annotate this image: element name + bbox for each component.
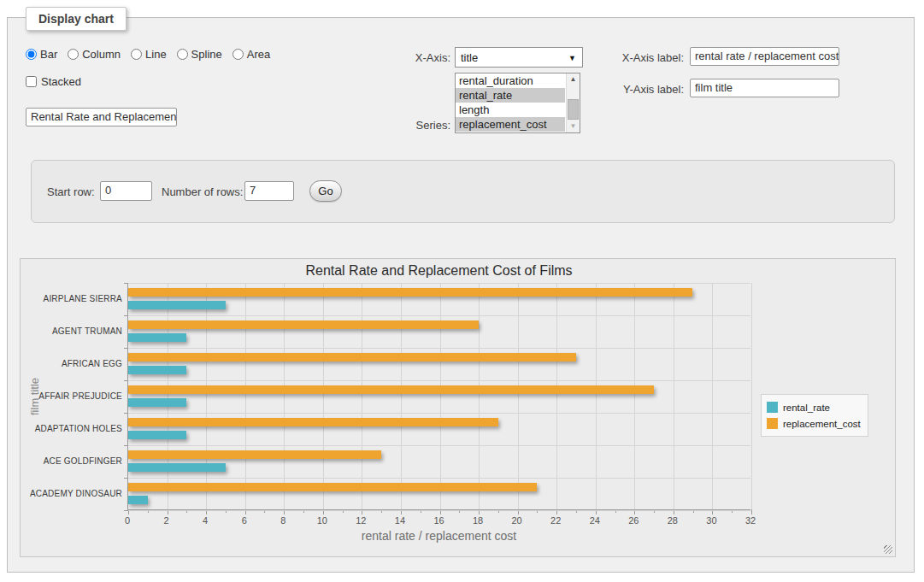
y-axis-title: film title [26,283,43,510]
resize-handle-icon[interactable] [884,545,892,554]
gridline [751,283,752,509]
x-axis-select[interactable]: title ▼ [455,47,583,68]
fieldset-title: Display chart [26,7,127,31]
gridline [128,315,750,316]
chart-type-label-spline[interactable]: Spline [191,48,222,61]
gridline [634,283,635,509]
x-axis-label-input[interactable]: rental rate / replacement cost [690,47,839,66]
gridline [245,283,246,509]
chart-type-radio-line[interactable] [131,49,142,60]
scrollbar[interactable]: ▲ ▼ [566,73,580,132]
scrollbar-thumb[interactable] [568,99,579,120]
bar-rental_rate-affair-prejudice [128,398,186,407]
go-button[interactable]: Go [309,180,342,202]
x-tick-label: 26 [622,515,644,526]
x-tick-label: 28 [662,515,684,526]
y-tick [124,380,128,381]
series-multiselect[interactable]: rental_durationrental_ratelengthreplacem… [455,73,580,133]
legend-label: replacement_cost [783,419,861,429]
series-option-rental_rate[interactable]: rental_rate [456,88,565,103]
gridline [440,283,441,509]
chart-type-label-line[interactable]: Line [145,48,167,61]
bar-replacement_cost-academy-dinosaur [128,483,537,491]
chart-title-input[interactable]: Rental Rate and Replacement Cost of Film… [26,108,177,126]
gridline [284,283,285,509]
gridline [556,283,557,509]
number-of-rows-label: Number of rows: [162,185,243,199]
chart-type-radio-spline[interactable] [177,49,188,60]
x-axis-selected-value: title [461,51,478,64]
y-tick [124,478,128,479]
x-tick-label: 4 [194,515,216,526]
x-tick [751,509,752,514]
x-tick-label: 0 [116,515,138,526]
x-axis-title: rental rate / replacement cost [127,529,750,543]
legend-swatch-icon [767,402,778,413]
x-tick-label: 8 [272,515,294,526]
scroll-up-icon[interactable]: ▲ [567,73,580,85]
gridline [596,283,597,509]
scroll-down-icon[interactable]: ▼ [567,121,580,132]
legend-item-rental_rate[interactable]: rental_rate [767,399,861,415]
gridline [128,478,750,479]
y-tick [124,348,128,349]
gridline [168,283,168,509]
chart-type-radio-area[interactable] [232,49,244,60]
gridline [323,283,324,509]
series-option-rental_duration[interactable]: rental_duration [456,73,565,88]
x-tick-label: 2 [156,515,178,526]
chart-type-label-column[interactable]: Column [82,48,121,61]
gridline [518,283,519,509]
series-option-replacement_cost[interactable]: replacement_cost [456,117,565,132]
x-tick-label: 32 [739,515,762,526]
y-axis-label-caption: Y-Axis label: [609,83,684,97]
page: Display chart BarColumnLineSplineArea St… [0,0,924,582]
bar-replacement_cost-african-egg [128,353,576,362]
chart-type-label-area[interactable]: Area [247,48,270,61]
chart-legend: rental_ratereplacement_cost [761,394,868,437]
y-tick [124,510,128,511]
gridline [128,348,750,349]
bar-replacement_cost-agent-truman [128,320,479,329]
gridline [128,510,750,511]
number-of-rows-input[interactable]: 7 [244,181,294,201]
bar-rental_rate-academy-dinosaur [128,496,148,504]
bar-rental_rate-ace-goldfinger [128,463,226,472]
plot-area [127,283,750,510]
bar-replacement_cost-affair-prejudice [128,385,654,394]
bar-rental_rate-adaptation-holes [128,431,186,439]
x-tick-label: 10 [311,515,333,526]
chart-title: Rental Rate and Replacement Cost of Film… [127,263,750,279]
chart-type-label-bar[interactable]: Bar [40,48,57,61]
gridline [479,283,480,509]
x-tick-label: 18 [467,515,489,526]
x-tick-label: 20 [506,515,528,526]
y-tick [124,283,128,284]
chart-type-radio-bar[interactable] [26,49,37,60]
x-tick-label: 24 [584,515,606,526]
bar-rental_rate-african-egg [128,366,186,374]
legend-swatch-icon [767,418,778,429]
y-axis-label-input[interactable]: film title [690,79,839,97]
bar-rental_rate-airplane-sierra [128,301,226,309]
x-tick-label: 16 [428,515,450,526]
gridline [206,283,207,509]
x-axis-select-label: X-Axis: [374,51,450,65]
gridline [128,283,750,284]
y-tick [124,445,128,446]
bar-rental_rate-agent-truman [128,333,186,342]
y-tick [124,413,128,414]
gridline [128,413,750,414]
legend-label: rental_rate [783,403,830,413]
chart-type-radio-group: BarColumnLineSplineArea [26,48,277,61]
stacked-checkbox[interactable] [26,76,37,87]
series-option-length[interactable]: length [456,103,565,117]
legend-item-replacement_cost[interactable]: replacement_cost [767,415,861,432]
start-row-input[interactable]: 0 [100,181,152,201]
gridline [674,283,674,509]
x-tick-label: 14 [389,515,411,526]
chart-type-radio-column[interactable] [68,49,79,60]
x-tick-label: 30 [700,515,722,526]
gridline [401,283,402,509]
x-tick-label: 6 [233,515,256,526]
